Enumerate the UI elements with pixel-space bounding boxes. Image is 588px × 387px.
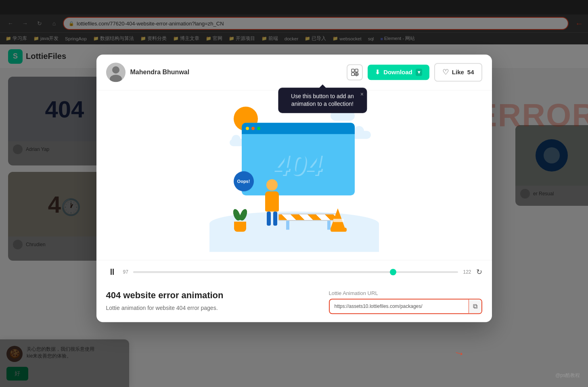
plant-illustration xyxy=(234,209,247,232)
header-actions: ⬇ Download ▾ ♡ Like 54 xyxy=(347,63,482,82)
tooltip-text: Use this button to add an animation to a… xyxy=(291,93,354,107)
animation-desc: Lottie animation for website 404 error p… xyxy=(106,304,321,312)
like-button[interactable]: ♡ Like 54 xyxy=(434,63,482,82)
playback-track[interactable] xyxy=(133,271,458,273)
svg-point-1 xyxy=(112,66,119,73)
playback-thumb[interactable] xyxy=(390,269,396,275)
frame-start: 97 xyxy=(123,269,128,275)
lottie-url-label: Lottie Animation URL xyxy=(329,290,482,296)
author-avatar xyxy=(106,63,126,82)
collection-tooltip: Use this button to add an animation to a… xyxy=(278,88,367,113)
author-name: Mahendra Bhunwal xyxy=(130,69,342,76)
animation-info: 404 website error animation Lottie anima… xyxy=(106,290,321,312)
cone-illustration xyxy=(331,208,347,232)
player-controls: ⏸ 97 122 ↻ xyxy=(96,260,492,284)
pause-button[interactable]: ⏸ xyxy=(106,265,118,279)
svg-rect-5 xyxy=(352,73,354,75)
illustration-container: 404 xyxy=(209,98,379,252)
modal-header: Mahendra Bhunwal ⬇ Download ▾ ♡ Like xyxy=(96,54,492,90)
animation-modal: Mahendra Bhunwal ⬇ Download ▾ ♡ Like xyxy=(96,54,492,322)
animation-preview: 404 xyxy=(96,90,492,260)
frame-end: 122 xyxy=(463,269,471,275)
lottie-url-box: https://assets10.lottiefiles.com/package… xyxy=(329,299,482,314)
heart-icon: ♡ xyxy=(442,68,449,77)
like-label: Like xyxy=(452,69,464,75)
playback-progress xyxy=(133,271,393,273)
barrier-illustration xyxy=(278,213,339,230)
like-count: 54 xyxy=(467,69,474,75)
oops-bubble: Oops! xyxy=(234,171,254,191)
csdn-watermark: @ps酷教程 xyxy=(555,372,580,379)
svg-rect-3 xyxy=(352,69,354,72)
browser-body-illustration: 404 xyxy=(242,134,355,195)
download-label: Download xyxy=(383,69,412,75)
lottie-url-text: https://assets10.lottiefiles.com/package… xyxy=(330,299,469,313)
tooltip-close-button[interactable]: × xyxy=(360,91,364,97)
lottie-url-section: Lottie Animation URL https://assets10.lo… xyxy=(329,290,482,314)
animation-title: 404 website error animation xyxy=(106,290,321,301)
modal-footer-info: 404 website error animation Lottie anima… xyxy=(96,284,492,322)
download-button[interactable]: ⬇ Download ▾ xyxy=(368,65,429,80)
copy-icon: ⧉ xyxy=(473,303,477,310)
download-icon: ⬇ xyxy=(375,69,380,76)
copy-url-button[interactable]: ⧉ xyxy=(469,299,481,313)
svg-rect-4 xyxy=(355,69,358,72)
oops-text: Oops! xyxy=(237,179,250,184)
browser-bar-illustration xyxy=(242,123,355,134)
download-dropdown-arrow[interactable]: ▾ xyxy=(416,69,422,76)
404-text-illustration: 404 xyxy=(274,148,322,181)
loop-button[interactable]: ↻ xyxy=(476,268,482,276)
add-to-collection-button[interactable] xyxy=(347,64,363,80)
browser-illustration: 404 xyxy=(242,123,355,195)
